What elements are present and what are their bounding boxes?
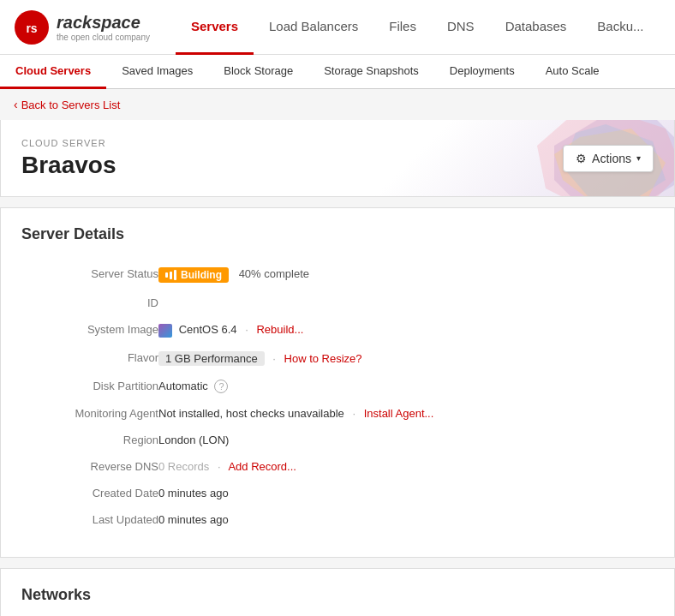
help-icon[interactable]: ?	[214, 380, 228, 393]
value-monitoring: Not installed, host checks unavailable ·…	[158, 400, 654, 427]
actions-button[interactable]: ⚙ Actions ▾	[563, 145, 654, 172]
label-region: Region	[21, 427, 158, 453]
value-reverse-dns: 0 Records · Add Record...	[158, 453, 654, 480]
label-monitoring: Monitoring Agent	[21, 400, 158, 427]
main-nav-item-servers[interactable]: Servers	[176, 0, 254, 55]
server-header: CLOUD SERVER Braavos ⚙ Actions ▾	[0, 120, 675, 197]
back-link-text: Back to Servers List	[21, 99, 121, 111]
main-nav-item-dns[interactable]: DNS	[432, 0, 490, 55]
label-flavor: Flavor	[21, 344, 158, 373]
status-badge: Building	[158, 267, 229, 283]
status-bars-icon	[165, 270, 176, 280]
dot-sep-2: ·	[272, 352, 276, 365]
main-nav-item-backup[interactable]: Backu...	[582, 0, 659, 55]
monitoring-text: Not installed, host checks unavailable	[158, 407, 344, 420]
sub-nav-item-storage-snapshots[interactable]: Storage Snapshots	[308, 55, 434, 89]
image-name: CentOS 6.4	[179, 323, 237, 336]
value-system-image: CentOS 6.4 · Rebuild...	[158, 316, 654, 344]
sub-nav-item-saved-images[interactable]: Saved Images	[106, 55, 208, 89]
dot-sep-1: ·	[245, 323, 248, 336]
sub-nav-item-auto-scale[interactable]: Auto Scale	[530, 55, 615, 89]
table-row: Region London (LON)	[21, 427, 654, 453]
back-to-servers-link[interactable]: ‹ Back to Servers List	[0, 89, 675, 120]
label-created-date: Created Date	[21, 480, 158, 506]
sub-nav: Cloud ServersSaved ImagesBlock StorageSt…	[0, 55, 675, 89]
main-nav-item-databases[interactable]: Databases	[490, 0, 582, 55]
server-details-title: Server Details	[21, 225, 654, 243]
value-server-status: Building 40% complete	[158, 260, 654, 290]
networks-section: Networks	[0, 568, 675, 616]
value-last-updated: 0 minutes ago	[158, 506, 654, 533]
table-row: Disk Partition Automatic ?	[21, 373, 654, 400]
chevron-down-icon: ▾	[636, 153, 641, 163]
label-id: ID	[21, 290, 158, 316]
server-details-section: Server Details Server Status Building 40…	[0, 207, 675, 558]
server-info: CLOUD SERVER Braavos	[21, 138, 116, 179]
disk-partition-text: Automatic	[158, 380, 208, 392]
value-id	[158, 290, 654, 316]
logo-tagline: the open cloud company	[57, 33, 150, 42]
top-nav: rs rackspace the open cloud company Serv…	[0, 0, 675, 55]
rackspace-logo-icon: rs	[14, 9, 50, 45]
main-nav-item-load-balancers[interactable]: Load Balancers	[254, 0, 373, 55]
rebuild-link[interactable]: Rebuild...	[256, 323, 303, 336]
label-reverse-dns: Reverse DNS	[21, 453, 158, 480]
status-badge-text: Building	[181, 269, 222, 281]
actions-label: Actions	[592, 152, 631, 165]
main-nav-item-files[interactable]: Files	[373, 0, 432, 55]
main-nav: ServersLoad BalancersFilesDNSDatabasesBa…	[176, 0, 660, 55]
server-name: Braavos	[21, 152, 116, 179]
detail-table: Server Status Building 40% complete ID S	[21, 260, 654, 533]
table-row: Reverse DNS 0 Records · Add Record...	[21, 453, 654, 480]
progress-text: 40% complete	[239, 267, 309, 280]
table-row: System Image CentOS 6.4 · Rebuild...	[21, 316, 654, 344]
table-row: Last Updated 0 minutes ago	[21, 506, 654, 533]
table-row: Monitoring Agent Not installed, host che…	[21, 400, 654, 427]
label-disk-partition: Disk Partition	[21, 373, 158, 400]
value-disk-partition: Automatic ?	[158, 373, 654, 400]
label-server-status: Server Status	[21, 260, 158, 290]
sub-nav-item-cloud-servers[interactable]: Cloud Servers	[0, 55, 106, 89]
sub-nav-item-block-storage[interactable]: Block Storage	[208, 55, 308, 89]
server-label: CLOUD SERVER	[21, 138, 116, 148]
sub-nav-item-deployments[interactable]: Deployments	[434, 55, 530, 89]
resize-link[interactable]: How to Resize?	[284, 352, 362, 365]
centos-icon	[158, 324, 172, 338]
install-agent-link[interactable]: Install Agent...	[364, 407, 434, 420]
svg-text:rs: rs	[26, 21, 37, 35]
logo-area: rs rackspace the open cloud company	[14, 9, 150, 45]
add-record-link[interactable]: Add Record...	[228, 460, 296, 473]
networks-title: Networks	[21, 586, 654, 604]
logo-brand: rackspace	[57, 13, 150, 33]
table-row: Server Status Building 40% complete	[21, 260, 654, 290]
value-flavor: 1 GB Performance · How to Resize?	[158, 344, 654, 373]
gear-icon: ⚙	[576, 152, 587, 165]
value-region: London (LON)	[158, 427, 654, 453]
dot-sep-3: ·	[352, 407, 355, 420]
label-system-image: System Image	[21, 316, 158, 344]
back-chevron-icon: ‹	[14, 98, 18, 111]
label-last-updated: Last Updated	[21, 506, 158, 533]
table-row: Created Date 0 minutes ago	[21, 480, 654, 506]
value-created-date: 0 minutes ago	[158, 480, 654, 506]
dns-records: 0 Records	[158, 460, 209, 473]
table-row: Flavor 1 GB Performance · How to Resize?	[21, 344, 654, 373]
dot-sep-4: ·	[218, 460, 221, 473]
flavor-pill: 1 GB Performance	[158, 351, 265, 366]
table-row: ID	[21, 290, 654, 316]
